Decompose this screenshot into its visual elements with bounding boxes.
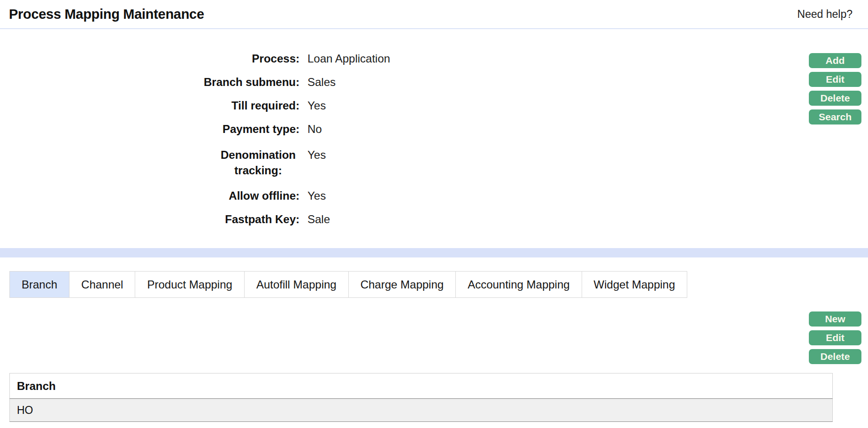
record-actions: Add Edit Delete Search	[809, 53, 861, 125]
field-value: Yes	[307, 100, 326, 111]
branch-list-actions: New Edit Delete	[809, 311, 861, 364]
field-label: Fastpath Key:	[0, 214, 300, 225]
tab-product-mapping[interactable]: Product Mapping	[135, 272, 244, 297]
search-button[interactable]: Search	[809, 109, 861, 125]
branch-table: Branch HO	[9, 373, 833, 422]
field-label: Till required:	[0, 100, 300, 111]
field-row-denomination-tracking: Denomination tracking: Yes	[0, 147, 390, 178]
edit-branch-button[interactable]: Edit	[809, 330, 861, 345]
edit-button[interactable]: Edit	[809, 72, 861, 87]
tab-widget-mapping[interactable]: Widget Mapping	[582, 272, 687, 297]
need-help-link[interactable]: Need help?	[797, 8, 853, 21]
field-row-fastpath-key: Fastpath Key: Sale	[0, 214, 390, 225]
mapping-tab-bar: Branch Channel Product Mapping Autofill …	[9, 271, 687, 298]
table-row[interactable]: HO	[9, 399, 833, 422]
field-value: Loan Application	[307, 53, 390, 64]
field-label: Branch submenu:	[0, 77, 300, 88]
field-label: Denomination tracking:	[0, 147, 300, 178]
field-row-allow-offline: Allow offline: Yes	[0, 190, 390, 202]
new-button[interactable]: New	[809, 311, 861, 327]
tab-autofill-mapping[interactable]: Autofill Mapping	[244, 272, 348, 297]
field-value: Sale	[307, 214, 330, 225]
field-value: Yes	[307, 147, 326, 163]
tab-accounting-mapping[interactable]: Accounting Mapping	[455, 272, 581, 297]
tab-charge-mapping[interactable]: Charge Mapping	[348, 272, 455, 297]
page-title: Process Mapping Maintenance	[9, 7, 204, 22]
field-row-process: Process: Loan Application	[0, 53, 390, 64]
process-details: Process: Loan Application Branch submenu…	[0, 30, 390, 237]
field-row-till-required: Till required: Yes	[0, 100, 390, 111]
field-row-payment-type: Payment type: No	[0, 124, 390, 135]
field-label: Process:	[0, 53, 300, 64]
field-value: Sales	[307, 77, 336, 88]
field-row-branch-submenu: Branch submenu: Sales	[0, 77, 390, 88]
field-value: Yes	[307, 190, 326, 202]
section-divider-bar	[0, 248, 868, 257]
tab-channel[interactable]: Channel	[69, 272, 135, 297]
page: Process Mapping Maintenance Need help? P…	[0, 0, 868, 428]
field-label: Allow offline:	[0, 190, 300, 202]
branch-column-header: Branch	[9, 373, 833, 399]
header: Process Mapping Maintenance Need help?	[0, 0, 868, 29]
tab-branch[interactable]: Branch	[10, 272, 69, 297]
field-value: No	[307, 124, 322, 135]
delete-button[interactable]: Delete	[809, 91, 861, 106]
add-button[interactable]: Add	[809, 53, 861, 68]
delete-branch-button[interactable]: Delete	[809, 349, 861, 364]
field-label: Payment type:	[0, 124, 300, 135]
